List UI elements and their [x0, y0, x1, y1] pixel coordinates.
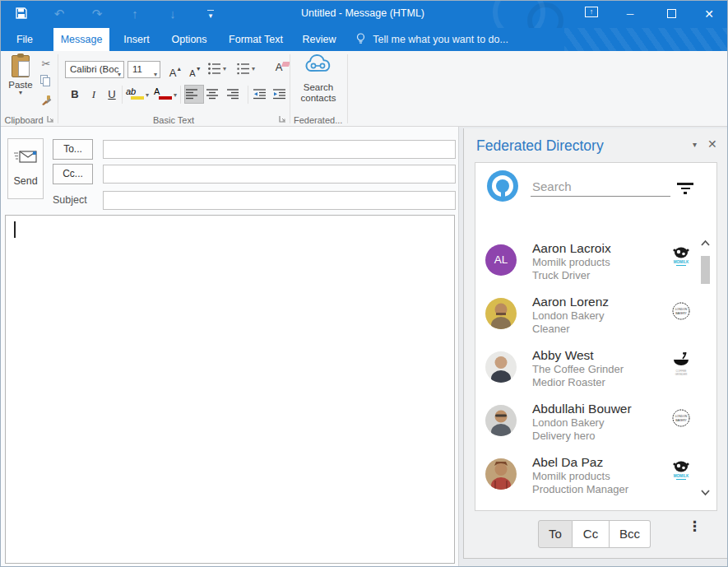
- scrollbar-thumb[interactable]: [701, 256, 710, 284]
- cc-input[interactable]: [103, 165, 456, 184]
- cut-button[interactable]: ✂: [37, 56, 55, 72]
- format-painter-icon: [40, 95, 52, 106]
- highlight-dropdown-caret[interactable]: ▾: [146, 91, 149, 99]
- coffee-grinder-logo: COFFEE GRINDER: [670, 352, 693, 382]
- increase-indent-button[interactable]: [272, 86, 290, 103]
- font-color-bar: [159, 96, 172, 100]
- shrink-font-caret: ▼: [196, 66, 201, 72]
- pane-close-icon[interactable]: ✕: [707, 137, 717, 151]
- grow-font-button[interactable]: A▲: [166, 60, 184, 78]
- subject-input[interactable]: [103, 191, 456, 210]
- clipboard-group-label: Clipboard: [1, 114, 47, 126]
- pane-options-chevron-icon[interactable]: ▾: [693, 140, 697, 149]
- move-up-icon[interactable]: ↑: [126, 6, 144, 22]
- align-center-button[interactable]: [206, 86, 224, 103]
- recipient-bcc-button[interactable]: Bcc: [610, 520, 651, 548]
- underline-button[interactable]: U: [104, 86, 120, 103]
- compose-area: Send To... Cc... Subject: [1, 127, 459, 567]
- send-button[interactable]: Send: [7, 138, 44, 199]
- contact-row[interactable]: Abdullahi Bouwer London Bakery Delivery …: [475, 401, 698, 454]
- ribbon-display-options-button[interactable]: ↑: [580, 5, 603, 23]
- align-left-button[interactable]: [185, 86, 203, 103]
- tab-file[interactable]: File: [7, 28, 42, 51]
- london-bakery-logo: LONDON BAKERY: [670, 406, 693, 435]
- font-size-combo[interactable]: 11 ▾: [128, 61, 160, 78]
- font-color-button[interactable]: A ▾: [154, 86, 177, 103]
- message-body[interactable]: [5, 215, 455, 564]
- contact-row[interactable]: AL Aaron Lacroix Momilk products Truck D…: [475, 240, 698, 294]
- svg-text:LONDON: LONDON: [675, 415, 688, 418]
- decrease-indent-button[interactable]: [253, 86, 271, 103]
- italic-button[interactable]: I: [86, 86, 102, 103]
- scroll-up-icon[interactable]: [699, 239, 712, 249]
- numbering-dropdown-caret[interactable]: ▾: [252, 65, 255, 72]
- to-button[interactable]: To...: [53, 139, 93, 160]
- mini-separator: [180, 86, 181, 104]
- contact-row[interactable]: Aaron Lorenz London Bakery Cleaner LONDO…: [475, 294, 698, 347]
- shrink-font-icon: A: [189, 68, 195, 78]
- scroll-down-icon[interactable]: [699, 487, 712, 497]
- minimize-button[interactable]: ─: [616, 5, 644, 23]
- align-right-button[interactable]: [226, 86, 244, 103]
- filter-icon[interactable]: [676, 183, 694, 196]
- decrease-indent-icon: [253, 88, 267, 100]
- clear-formatting-icon: A: [276, 61, 283, 73]
- tab-options[interactable]: Options: [164, 28, 215, 51]
- shrink-font-button[interactable]: A▼: [186, 60, 204, 78]
- paste-dropdown-caret: ▾: [4, 90, 37, 96]
- cc-button[interactable]: Cc...: [53, 164, 93, 184]
- contact-company: London Bakery: [532, 416, 604, 429]
- tab-message[interactable]: Message: [53, 28, 109, 51]
- increase-indent-icon: [272, 88, 286, 100]
- maximize-button[interactable]: [657, 5, 685, 23]
- list-scrollbar[interactable]: [699, 239, 712, 505]
- clipboard-dialog-launcher[interactable]: [47, 115, 56, 124]
- search-contacts-button[interactable]: Search contacts: [292, 53, 345, 114]
- highlight-button[interactable]: ab ▾: [126, 86, 149, 103]
- tab-format-text[interactable]: Format Text: [221, 28, 290, 51]
- close-window-button[interactable]: ✕: [694, 5, 724, 23]
- bullets-dropdown-caret[interactable]: ▾: [223, 65, 226, 72]
- bold-button[interactable]: B: [67, 86, 83, 103]
- tell-me-box[interactable]: Tell me what you want to do...: [356, 28, 508, 51]
- federated-group-label: Federated...: [290, 114, 347, 126]
- clear-formatting-letter: A: [276, 61, 283, 73]
- recipient-to-button[interactable]: To: [538, 520, 573, 548]
- clear-formatting-button[interactable]: A: [269, 58, 289, 77]
- search-contacts-label: Search contacts: [292, 82, 345, 104]
- momilk-logo: MOMILK: [670, 245, 693, 275]
- kebab-menu-icon[interactable]: ⋮: [688, 523, 702, 530]
- london-bakery-logo: LONDON BAKERY: [670, 299, 693, 328]
- grow-font-caret: ▲: [176, 66, 181, 72]
- numbering-button[interactable]: [236, 62, 250, 79]
- move-down-icon[interactable]: ↓: [164, 6, 182, 22]
- contact-row[interactable]: Abby West The Coffee Grinder Medior Roas…: [475, 347, 698, 401]
- font-name-combo[interactable]: Calibri (Boc ▾: [65, 61, 124, 78]
- to-input[interactable]: [103, 140, 456, 159]
- ribbon-display-options-icon: ↑: [585, 7, 598, 17]
- svg-text:MOMILK: MOMILK: [674, 474, 689, 478]
- redo-icon[interactable]: ↷: [88, 6, 106, 22]
- contact-role: Medior Roaster: [532, 376, 605, 388]
- tab-review[interactable]: Review: [295, 28, 343, 51]
- font-color-dropdown-caret[interactable]: ▾: [174, 91, 177, 99]
- copy-button[interactable]: [37, 74, 55, 91]
- search-input[interactable]: [531, 177, 670, 197]
- contact-company: Momilk products: [532, 470, 610, 482]
- ribbon-tab-row: File Message Insert Options Format Text …: [1, 28, 728, 51]
- scissors-icon: ✂: [42, 58, 51, 70]
- contact-row[interactable]: Abel Da Paz Momilk products Production M…: [475, 454, 698, 508]
- recipient-cc-button[interactable]: Cc: [573, 520, 610, 548]
- undo-icon[interactable]: ↶: [50, 6, 68, 22]
- basic-text-dialog-launcher[interactable]: [279, 115, 288, 124]
- numbering-icon: [236, 62, 250, 76]
- momilk-logo: MOMILK: [670, 459, 693, 489]
- tab-insert[interactable]: Insert: [116, 28, 157, 51]
- federated-directory-pane: Federated Directory ▾ ✕ AL Aaron Lacroix…: [463, 128, 728, 559]
- customize-quick-access-icon[interactable]: ▾: [202, 6, 220, 22]
- format-painter-button[interactable]: [37, 92, 55, 109]
- font-size-value: 11: [132, 64, 142, 74]
- paste-button[interactable]: Paste ▾: [4, 53, 37, 113]
- bullets-button[interactable]: [207, 62, 221, 79]
- save-icon[interactable]: [12, 6, 30, 22]
